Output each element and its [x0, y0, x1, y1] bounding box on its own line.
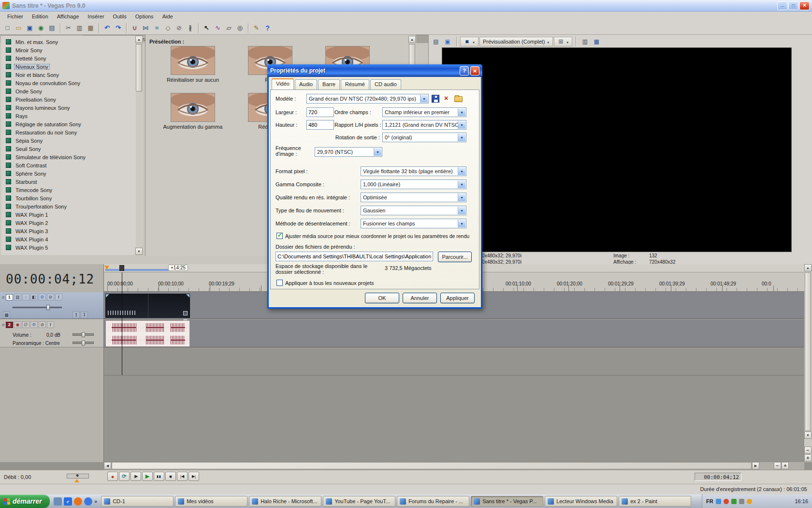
zoom-in-icon[interactable] — [782, 462, 789, 469]
save-template-icon[interactable] — [432, 95, 439, 103]
invert-phase-icon[interactable] — [22, 321, 29, 328]
timeline-track-area[interactable] — [104, 292, 804, 462]
effects-list-item[interactable]: Noyau de convolution Sony — [1, 79, 136, 87]
menu-item[interactable]: Affichage — [53, 13, 84, 20]
go-to-start-icon[interactable] — [177, 472, 188, 481]
template-combobox[interactable]: Grand écran DV NTSC (720x480; 29,970 ips… — [306, 94, 429, 104]
internet-explorer-icon[interactable]: e — [64, 497, 72, 506]
adjust-source-media-checkbox[interactable] — [276, 233, 283, 239]
scroll-left-icon[interactable] — [104, 462, 111, 469]
effects-list-item[interactable]: Noir et blanc Sony — [1, 71, 136, 79]
mute-icon[interactable] — [39, 321, 46, 328]
effects-list-item[interactable]: WAX Plugin 2 — [1, 219, 136, 227]
effects-list-item[interactable]: Soft Contrast — [1, 161, 136, 169]
scroll-down-icon[interactable] — [135, 248, 143, 255]
compositing-mode-icon[interactable] — [30, 294, 38, 300]
language-indicator[interactable]: FR — [706, 498, 713, 504]
pixel-aspect-combobox[interactable]: 1,2121 (Grand écran DV NTSC — [382, 120, 466, 130]
enable-snapping-icon[interactable] — [129, 22, 140, 33]
scrollbar-thumb[interactable] — [136, 44, 142, 91]
effects-list-item[interactable]: WAX Plugin 4 — [1, 235, 136, 243]
transport-timecode[interactable]: 00:00:04;12 — [695, 473, 741, 481]
compositing-gamma-combobox[interactable]: 1,000 (Linéaire) — [361, 179, 466, 189]
minimize-button[interactable] — [777, 1, 787, 10]
effects-list-item[interactable]: Miroir Sony — [1, 46, 136, 54]
copy-snapshot-icon[interactable] — [580, 37, 590, 46]
region-length-tag[interactable]: +14:25 — [168, 265, 188, 271]
deinterlace-combobox[interactable]: Fusionner les champs — [361, 219, 466, 228]
dialog-tab[interactable]: Barre — [318, 79, 340, 90]
apply-all-projects-checkbox[interactable] — [276, 280, 283, 286]
auto-crossfade-icon[interactable] — [140, 22, 151, 33]
messenger-icon[interactable] — [731, 499, 737, 504]
effects-list-item[interactable]: WAX Plugin 5 — [1, 243, 136, 252]
taskbar-button[interactable]: YouTube - Page YouT... — [323, 496, 395, 507]
effects-list-item[interactable]: Sépia Sony — [1, 136, 136, 145]
envelope-edit-tool-icon[interactable] — [212, 22, 223, 33]
current-timecode-display[interactable]: 00:00:04;12 — [6, 272, 94, 286]
save-icon[interactable] — [24, 22, 35, 33]
fader-thumb[interactable] — [46, 305, 50, 310]
menu-item[interactable]: Aide — [158, 13, 177, 20]
volume-slider[interactable] — [72, 333, 94, 336]
loop-playback-icon[interactable] — [119, 472, 130, 481]
timeline-vertical-scrollbar[interactable] — [804, 264, 812, 462]
zoom-edit-tool-icon[interactable] — [234, 22, 246, 33]
project-properties-icon[interactable] — [46, 22, 58, 33]
copy-icon[interactable] — [74, 22, 85, 33]
record-icon[interactable] — [107, 472, 118, 481]
prerender-folder-field[interactable] — [276, 252, 433, 261]
taskbar-button[interactable]: Halo Riche - Microsoft... — [249, 496, 321, 507]
publish-project-icon[interactable] — [35, 22, 46, 33]
chevron-more-icon[interactable]: » — [94, 498, 97, 504]
update-icon[interactable] — [747, 499, 752, 504]
scroll-up-icon[interactable] — [408, 36, 416, 43]
ok-button[interactable]: OK — [365, 293, 399, 303]
effects-list-item[interactable]: Starburst — [1, 178, 136, 186]
menu-item[interactable]: Outils — [109, 13, 131, 20]
solo-icon[interactable] — [47, 321, 54, 328]
play-icon[interactable] — [142, 472, 153, 481]
automation-settings-icon[interactable] — [39, 294, 46, 300]
scroll-up-icon[interactable] — [804, 264, 812, 271]
effects-list-item[interactable]: Niveaux Sony — [1, 62, 136, 71]
audio-track-header[interactable]: ≡ 2 Volume : 0,0 dB Panoramique : Centre — [0, 320, 103, 347]
effects-list-item[interactable]: WAX Plugin 3 — [1, 227, 136, 235]
auto-ripple-icon[interactable] — [151, 22, 162, 33]
scroll-down-icon[interactable] — [804, 432, 812, 439]
interactive-tutorials-icon[interactable] — [251, 22, 262, 33]
pan-crop-icon[interactable] — [183, 311, 188, 315]
taskbar-button[interactable]: ex 2 - Paint — [619, 496, 691, 507]
split-icon[interactable] — [185, 22, 196, 33]
menu-item[interactable]: Insérer — [83, 13, 108, 20]
effects-list-item[interactable]: Tourbillon Sony — [1, 194, 136, 202]
height-field[interactable] — [306, 120, 334, 130]
menu-item[interactable]: Edition — [28, 13, 53, 20]
firefox-icon[interactable] — [74, 497, 82, 506]
network-icon[interactable] — [716, 499, 721, 504]
show-desktop-icon[interactable] — [54, 497, 62, 506]
scrollbar-thumb[interactable] — [112, 462, 752, 469]
effects-list-item[interactable]: Réglage de saturation Sony — [1, 120, 136, 128]
field-order-combobox[interactable]: Champ inférieur en premier — [382, 107, 466, 117]
volume-icon[interactable] — [739, 499, 744, 504]
effects-list-item[interactable]: Rays — [1, 112, 136, 120]
menu-item[interactable]: Fichier — [3, 13, 28, 20]
redo-icon[interactable] — [113, 22, 124, 33]
selection-edit-tool-icon[interactable] — [223, 22, 234, 33]
zoom-out-icon[interactable] — [804, 447, 812, 454]
mute-icon[interactable] — [47, 294, 54, 300]
timeline-horizontal-scrollbar[interactable] — [104, 462, 804, 470]
effects-list-item[interactable]: Sphère Sony — [1, 169, 136, 178]
fade-in-handle[interactable] — [106, 294, 109, 298]
effects-list-item[interactable]: WAX Plugin 1 — [1, 210, 136, 219]
cut-icon[interactable] — [63, 22, 74, 33]
solo-icon[interactable] — [55, 294, 62, 300]
record-arm-icon[interactable] — [14, 321, 21, 328]
bypass-motion-blur-icon[interactable] — [22, 294, 29, 300]
paste-icon[interactable] — [85, 22, 96, 33]
lock-envelopes-icon[interactable] — [162, 22, 174, 33]
preset-item[interactable]: Réinitialiser sur aucun — [154, 46, 232, 93]
dialog-tab[interactable]: Audio — [295, 79, 317, 90]
menu-item[interactable]: Options — [131, 13, 158, 20]
